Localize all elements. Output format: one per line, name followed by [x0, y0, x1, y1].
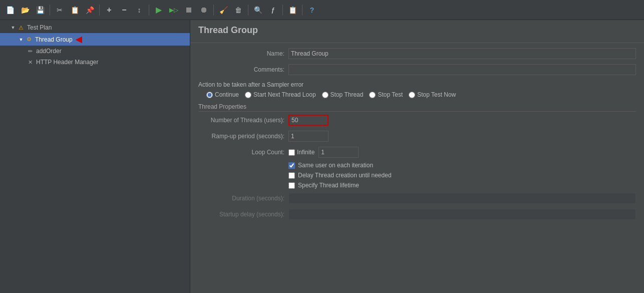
startup-delay-label: Startup delay (seconds): [198, 211, 288, 218]
add-order-label: addOrder [36, 48, 62, 55]
main-area: ▼ ⚠ Test Plan ▼ ⚙ Thread Group ◀ ✏ addOr… [0, 20, 644, 293]
radio-stop-test-now-input[interactable] [409, 92, 415, 98]
open-button[interactable]: 📂 [18, 3, 32, 17]
ramp-up-input[interactable] [288, 131, 329, 142]
toolbar-sep-7 [302, 5, 302, 16]
specify-lifetime-checkbox[interactable] [288, 182, 295, 189]
delay-thread-row: Delay Thread creation until needed [198, 172, 636, 179]
loop-count-input[interactable] [318, 147, 359, 158]
thread-group-label: Thread Group [35, 36, 73, 43]
save-button[interactable]: 💾 [33, 3, 47, 17]
specify-lifetime-label[interactable]: Specify Thread lifetime [298, 182, 359, 189]
content-header: Thread Group [190, 20, 644, 43]
radio-stop-thread-input[interactable] [322, 92, 329, 98]
sidebar-item-http-header-manager[interactable]: ✕ HTTP Header Manager [0, 57, 190, 68]
test-plan-icon: ⚠ [17, 24, 25, 32]
duration-input[interactable] [288, 193, 636, 204]
thread-properties-section: Thread Properties [198, 103, 636, 112]
radio-start-next-loop[interactable]: Start Next Thread Loop [245, 91, 316, 98]
infinite-checkbox[interactable] [288, 149, 295, 156]
name-label: Name: [198, 50, 288, 57]
num-threads-input[interactable] [288, 115, 329, 126]
radio-stop-thread-label: Stop Thread [331, 91, 364, 98]
action-section-label: Action to be taken after a Sampler error [198, 81, 636, 88]
collapse-button[interactable]: − [117, 3, 131, 17]
comments-input[interactable] [288, 64, 636, 75]
toggle-button[interactable]: ↕ [132, 3, 146, 17]
radio-stop-test-now[interactable]: Stop Test Now [409, 91, 456, 98]
search-button[interactable]: 🔍 [251, 3, 265, 17]
toolbar-sep-1 [50, 5, 50, 16]
radio-options: Continue Start Next Thread Loop Stop Thr… [206, 91, 636, 98]
add-order-icon: ✏ [26, 47, 34, 55]
comments-label: Comments: [198, 66, 288, 73]
shutdown-button[interactable]: ⏺ [197, 3, 211, 17]
page-title: Thread Group [198, 25, 636, 36]
action-radio-group: Continue Start Next Thread Loop Stop Thr… [198, 91, 636, 98]
http-header-manager-icon: ✕ [26, 58, 34, 66]
specify-lifetime-row: Specify Thread lifetime [198, 182, 636, 189]
sidebar-item-thread-group[interactable]: ▼ ⚙ Thread Group ◀ [0, 33, 190, 46]
thread-group-icon: ⚙ [25, 36, 33, 44]
radio-stop-test-input[interactable] [369, 92, 376, 98]
ramp-up-row: Ramp-up period (seconds): [198, 130, 636, 143]
startup-delay-row: Startup delay (seconds): [198, 208, 636, 221]
same-user-label[interactable]: Same user on each iteration [298, 162, 373, 169]
toolbar-sep-4 [213, 5, 214, 16]
cut-button[interactable]: ✂ [53, 3, 67, 17]
comments-row: Comments: [198, 63, 636, 76]
ramp-up-label: Ramp-up period (seconds): [198, 133, 288, 140]
new-button[interactable]: 📄 [3, 3, 17, 17]
toolbar-sep-6 [282, 5, 283, 16]
radio-continue-input[interactable] [206, 92, 213, 98]
stop-button[interactable]: ⏹ [182, 3, 196, 17]
log-button[interactable]: 📋 [285, 3, 299, 17]
help-button[interactable]: ? [305, 3, 319, 17]
same-user-row: Same user on each iteration [198, 162, 636, 169]
paste-button[interactable]: 📌 [83, 3, 97, 17]
name-row: Name: [198, 47, 636, 60]
run-no-pause-button[interactable]: ▶▷ [167, 3, 181, 17]
collapse-arrow-thread-group[interactable]: ▼ [18, 37, 24, 43]
radio-start-next-loop-label: Start Next Thread Loop [253, 91, 316, 98]
delay-thread-checkbox[interactable] [288, 172, 295, 179]
num-threads-row: Number of Threads (users): [198, 114, 636, 127]
radio-stop-test-now-label: Stop Test Now [417, 91, 456, 98]
selected-arrow: ◀ [76, 35, 82, 44]
radio-continue-label: Continue [215, 91, 239, 98]
radio-start-next-loop-input[interactable] [245, 92, 251, 98]
sidebar-item-test-plan[interactable]: ▼ ⚠ Test Plan [0, 22, 190, 33]
loop-count-label: Loop Count: [198, 149, 288, 156]
infinite-label: Infinite [297, 149, 314, 156]
toolbar-sep-2 [99, 5, 100, 16]
toolbar-sep-5 [248, 5, 248, 16]
loop-row-inner: Infinite [288, 147, 359, 158]
name-input[interactable] [288, 48, 636, 59]
clear-all-button[interactable]: 🗑 [231, 3, 245, 17]
toolbar-sep-3 [149, 5, 149, 16]
loop-count-row: Loop Count: Infinite [198, 146, 636, 159]
radio-stop-test[interactable]: Stop Test [369, 91, 403, 98]
duration-label: Duration (seconds): [198, 195, 288, 202]
collapse-arrow-test-plan[interactable]: ▼ [10, 25, 16, 31]
radio-continue[interactable]: Continue [206, 91, 239, 98]
sidebar: ▼ ⚠ Test Plan ▼ ⚙ Thread Group ◀ ✏ addOr… [0, 20, 190, 293]
sidebar-item-add-order[interactable]: ✏ addOrder [0, 46, 190, 57]
test-plan-label: Test Plan [27, 24, 52, 31]
run-button[interactable]: ▶ [152, 3, 166, 17]
same-user-checkbox[interactable] [288, 162, 295, 169]
num-threads-label: Number of Threads (users): [198, 117, 288, 124]
expand-button[interactable]: + [102, 3, 116, 17]
http-header-manager-label: HTTP Header Manager [36, 59, 99, 66]
content-area: Thread Group Name: Comments: Action to b… [190, 20, 644, 293]
form-area: Name: Comments: Action to be taken after… [190, 43, 644, 228]
toolbar: 📄 📂 💾 ✂ 📋 📌 + − ↕ ▶ ▶▷ ⏹ ⏺ 🧹 🗑 🔍 ƒ 📋 ? [0, 0, 644, 20]
sidebar-resize-handle[interactable] [188, 20, 190, 293]
function-button[interactable]: ƒ [266, 3, 280, 17]
startup-delay-input[interactable] [288, 209, 636, 220]
clear-button[interactable]: 🧹 [216, 3, 230, 17]
copy-button[interactable]: 📋 [68, 3, 82, 17]
radio-stop-thread[interactable]: Stop Thread [322, 91, 364, 98]
infinite-label-container[interactable]: Infinite [288, 149, 314, 156]
delay-thread-label[interactable]: Delay Thread creation until needed [298, 172, 392, 179]
